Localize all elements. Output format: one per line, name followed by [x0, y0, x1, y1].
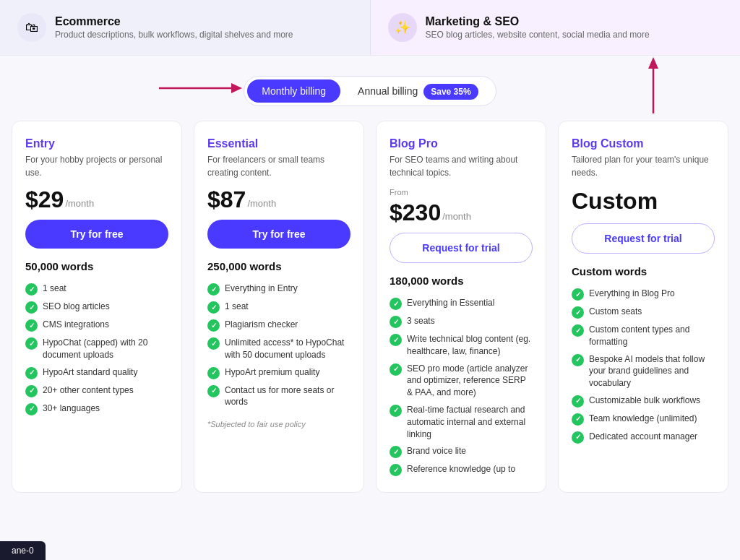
- entry-plan-name: Entry: [25, 137, 168, 150]
- check-icon: [572, 431, 584, 444]
- marketing-category[interactable]: ✨ Marketing & SEO SEO blog articles, web…: [371, 0, 741, 55]
- check-icon: [207, 283, 220, 296]
- blogpro-price: $230: [390, 201, 441, 224]
- entry-feature-2: SEO blog articles: [25, 301, 168, 314]
- check-icon: [25, 301, 38, 314]
- blogcustom-plan-desc: Tailored plan for your team's unique nee…: [572, 153, 715, 179]
- entry-features: 1 seat SEO blog articles CMS integration…: [25, 283, 168, 415]
- blogcustom-features: Everything in Blog Pro Custom seats Cust…: [572, 288, 715, 444]
- entry-try-free-button[interactable]: Try for free: [25, 220, 168, 249]
- check-icon: [25, 403, 38, 415]
- check-icon: [207, 367, 220, 379]
- entry-feature-6: 20+ other content types: [25, 384, 168, 397]
- entry-feature-1: 1 seat: [25, 283, 168, 296]
- blogcustom-words: Custom words: [572, 265, 715, 277]
- entry-price-row: $29 /month: [25, 188, 168, 211]
- right-arrow-icon: [642, 56, 664, 113]
- check-icon: [572, 324, 584, 337]
- essential-feature-3: Plagiarism checker: [207, 319, 350, 332]
- check-icon: [207, 385, 220, 397]
- bottom-tab[interactable]: ane-0: [0, 541, 46, 560]
- blogpro-trial-button[interactable]: Request for trial: [390, 233, 533, 263]
- blogpro-feature-1: Everything in Essential: [390, 297, 533, 310]
- blogpro-period: /month: [442, 211, 471, 222]
- check-icon: [390, 316, 402, 328]
- check-icon: [390, 298, 402, 310]
- check-icon: [25, 367, 38, 379]
- marketing-icon: ✨: [388, 13, 417, 42]
- blogcustom-trial-button[interactable]: Request for trial: [572, 223, 715, 254]
- essential-period: /month: [247, 198, 276, 209]
- blogpro-card: Blog Pro For SEO teams and writing about…: [376, 121, 546, 493]
- blogpro-feature-2: 3 seats: [390, 315, 533, 328]
- entry-feature-4: HypoChat (capped) with 20 document uploa…: [25, 337, 168, 361]
- blogpro-feature-4: SEO pro mode (article analyzer and optim…: [390, 363, 533, 399]
- check-icon: [207, 301, 220, 314]
- essential-plan-desc: For freelancers or small teams creating …: [207, 153, 350, 179]
- blogcustom-feature-4: Bespoke AI models that follow your brand…: [572, 353, 715, 389]
- monthly-billing-option[interactable]: Monthly billing: [247, 79, 340, 103]
- check-icon: [207, 319, 220, 332]
- entry-card: Entry For your hobby projects or persona…: [12, 121, 182, 493]
- blogpro-from: From: [390, 188, 533, 197]
- blogpro-feature-6: Brand voice lite: [390, 445, 533, 458]
- entry-price: $29: [25, 188, 64, 211]
- essential-try-free-button[interactable]: Try for free: [207, 220, 350, 249]
- svg-marker-3: [648, 57, 658, 69]
- essential-price: $87: [207, 188, 246, 211]
- blogcustom-feature-3: Custom content types and formatting: [572, 324, 715, 348]
- check-icon: [390, 405, 402, 417]
- essential-feature-4: Unlimited access* to HypoChat with 50 do…: [207, 337, 350, 361]
- blogcustom-price: Custom: [572, 188, 715, 215]
- pricing-cards: Entry For your hobby projects or persona…: [0, 121, 740, 507]
- essential-feature-1: Everything in Entry: [207, 283, 350, 296]
- check-icon: [25, 337, 38, 350]
- billing-section: Monthly billing Annual billing Save 35%: [0, 56, 740, 121]
- blogpro-plan-desc: For SEO teams and writing about technica…: [390, 153, 533, 179]
- blogcustom-feature-7: Dedicated account manager: [572, 431, 715, 444]
- check-icon: [207, 337, 220, 350]
- check-icon: [25, 283, 38, 296]
- blogpro-feature-3: Write technical blog content (eg. health…: [390, 333, 533, 358]
- blogpro-price-row: $230 /month: [390, 201, 533, 224]
- check-icon: [390, 334, 402, 346]
- ecommerce-text: Ecommerce Product descriptions, bulk wor…: [55, 15, 293, 40]
- blogpro-plan-name: Blog Pro: [390, 137, 533, 150]
- essential-feature-6: Contact us for more seats or words: [207, 384, 350, 409]
- essential-feature-5: HypoArt premium quality: [207, 366, 350, 379]
- blogpro-feature-7: Reference knowledge (up to: [390, 463, 533, 476]
- annual-billing-option[interactable]: Annual billing Save 35%: [343, 79, 493, 103]
- check-icon: [572, 413, 584, 426]
- check-icon: [25, 319, 38, 332]
- check-icon: [572, 306, 584, 319]
- blogpro-features: Everything in Essential 3 seats Write te…: [390, 297, 533, 476]
- check-icon: [390, 446, 402, 458]
- essential-feature-2: 1 seat: [207, 301, 350, 314]
- left-arrow-icon: [159, 77, 246, 99]
- essential-features: Everything in Entry 1 seat Plagiarism ch…: [207, 283, 350, 408]
- check-icon: [572, 395, 584, 408]
- essential-card: Essential For freelancers or small teams…: [194, 121, 364, 493]
- blogcustom-feature-2: Custom seats: [572, 306, 715, 319]
- blogpro-words: 180,000 words: [390, 275, 533, 287]
- entry-words: 50,000 words: [25, 260, 168, 272]
- blogcustom-plan-name: Blog Custom: [572, 137, 715, 150]
- essential-price-row: $87 /month: [207, 188, 350, 211]
- billing-toggle: Monthly billing Annual billing Save 35%: [244, 76, 496, 106]
- entry-feature-3: CMS integrations: [25, 319, 168, 332]
- ecommerce-category[interactable]: 🛍 Ecommerce Product descriptions, bulk w…: [0, 0, 371, 55]
- blogcustom-feature-6: Team knowledge (unlimited): [572, 413, 715, 426]
- essential-words: 250,000 words: [207, 260, 350, 272]
- ecommerce-desc: Product descriptions, bulk workflows, di…: [55, 30, 293, 40]
- marketing-title: Marketing & SEO: [426, 15, 650, 28]
- save-badge: Save 35%: [423, 84, 478, 100]
- blogcustom-card: Blog Custom Tailored plan for your team'…: [558, 121, 728, 493]
- essential-note: *Subjected to fair use policy: [207, 420, 350, 428]
- check-icon: [25, 385, 38, 397]
- blogcustom-feature-5: Customizable bulk workflows: [572, 395, 715, 408]
- marketing-desc: SEO blog articles, website content, soci…: [426, 30, 650, 40]
- ecommerce-title: Ecommerce: [55, 15, 293, 28]
- ecommerce-icon: 🛍: [17, 13, 46, 42]
- entry-plan-desc: For your hobby projects or personal use.: [25, 153, 168, 179]
- check-icon: [390, 464, 402, 476]
